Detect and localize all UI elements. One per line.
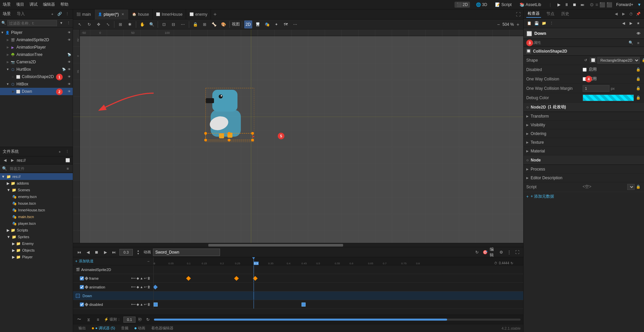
- nav-pin[interactable]: 📌: [635, 11, 641, 17]
- fs-item-player-tscn[interactable]: 🎭 player.tscn: [0, 220, 73, 227]
- track-anim-delete[interactable]: 🗑: [147, 285, 151, 289]
- tl-next[interactable]: ⏭: [111, 249, 117, 256]
- menu-project[interactable]: 项目: [16, 2, 24, 7]
- tl-time-input[interactable]: [119, 249, 133, 256]
- more-btn[interactable]: ⋮: [64, 11, 70, 17]
- tree-item-animtree[interactable]: ▶ 🌳 AnimationTree 📡: [0, 51, 73, 58]
- scene-filter-input[interactable]: [7, 20, 57, 26]
- keyframe-frame-1[interactable]: [186, 276, 191, 280]
- bottom-tab-debugger[interactable]: ● 调试器 (5): [89, 325, 118, 332]
- track-disabled-row[interactable]: disabled ⟵ ◆ ▲ ↩ 🗑: [73, 300, 523, 309]
- track-anim-keyframe[interactable]: ◆: [137, 285, 139, 289]
- tl-prev-frame[interactable]: ⏮: [76, 249, 83, 256]
- hitbox-eye[interactable]: 👁: [67, 82, 71, 86]
- track-settings[interactable]: →: [145, 258, 151, 264]
- nav-history[interactable]: ⏱: [628, 11, 634, 17]
- vp-pan-tool[interactable]: ✋: [138, 20, 146, 28]
- inspector-save[interactable]: 📁: [541, 20, 547, 26]
- scene-more[interactable]: ⋮: [66, 20, 72, 26]
- script-dropdown[interactable]: [627, 184, 635, 190]
- pause-button[interactable]: ⏸: [565, 2, 569, 7]
- tree-arrow-hitbox[interactable]: ▼: [5, 82, 10, 86]
- menu-scene[interactable]: 场景: [3, 2, 11, 7]
- down-eye[interactable]: 👁: [67, 89, 71, 94]
- track-disabled-delete[interactable]: 🗑: [147, 303, 151, 306]
- inspector-nav-right[interactable]: ▶: [628, 20, 634, 26]
- tl-autokey-btn[interactable]: 🎯: [482, 249, 488, 256]
- filter-options[interactable]: ≡: [635, 40, 641, 46]
- visibility-row[interactable]: ▶ Visibility: [524, 121, 644, 129]
- track-anim-undo[interactable]: ↩: [144, 285, 147, 289]
- owcm-more[interactable]: 🔒: [635, 85, 641, 91]
- mode-3d[interactable]: 🌐 3D: [474, 2, 489, 8]
- playhead-line[interactable]: [254, 257, 254, 265]
- tl-snap-input[interactable]: [123, 317, 136, 323]
- shape-more[interactable]: 🔒: [641, 57, 644, 63]
- tl-list-btn[interactable]: ≡: [95, 316, 101, 323]
- vp-view-label[interactable]: 视图: [232, 21, 240, 27]
- owc-more[interactable]: 🔒: [635, 76, 641, 82]
- vp-zoom-tool[interactable]: 🔍: [148, 20, 156, 28]
- mode-script[interactable]: 📝 Script: [493, 2, 514, 8]
- fs-item-objects-folder[interactable]: ▶ 📁 Objects: [0, 247, 73, 254]
- collision-section-header[interactable]: ⬜ CollisionShape2D: [524, 47, 644, 56]
- node-visibility[interactable]: 👁: [635, 30, 641, 37]
- vp-nav[interactable]: 🗺: [282, 20, 290, 28]
- tl-settings-btn[interactable]: ⚙: [498, 249, 504, 256]
- track-frame-row[interactable]: frame ⟵ ◆ ▲ ↩ 🗑: [73, 274, 523, 283]
- viewport[interactable]: -50 0 50 100 -50 0 50: [73, 29, 523, 243]
- track-disabled-insert[interactable]: ⟵: [131, 303, 136, 306]
- tab-enemy[interactable]: ⬜ enemy: [186, 9, 211, 19]
- tl-snap-cycle-btn[interactable]: ↻: [145, 316, 151, 323]
- lock-icon[interactable]: 🔒: [62, 30, 67, 35]
- player-eye[interactable]: 👁: [67, 30, 71, 35]
- viewport-scrollbar[interactable]: [73, 243, 523, 247]
- keyframe-disabled-2[interactable]: [302, 303, 306, 307]
- node-header[interactable]: ○ Node: [524, 155, 644, 165]
- fs-item-scenes[interactable]: ▼ 📁 Scenes: [0, 187, 73, 193]
- tab-house[interactable]: 🏠 house: [129, 9, 153, 19]
- script-more[interactable]: 🔒: [635, 184, 641, 190]
- animsprite-eye[interactable]: 👁: [67, 38, 71, 42]
- tl-play[interactable]: ▶: [102, 249, 109, 256]
- hurtbox-eye[interactable]: 👁: [67, 67, 71, 72]
- tree-item-player[interactable]: ▼ 👤 Player 👁 🔒 👁: [0, 29, 73, 36]
- stop-button[interactable]: ⏹: [573, 2, 577, 7]
- bottom-tab-output[interactable]: 输出: [76, 325, 89, 332]
- step-button[interactable]: ⏭: [581, 3, 584, 7]
- filter-search[interactable]: 🔍: [628, 40, 634, 46]
- disabled-checkbox[interactable]: [583, 68, 587, 72]
- keyframe-frame-2[interactable]: [234, 276, 239, 280]
- fs-item-innerhouse-tscn[interactable]: 🎭 InnerHouse.tscn: [0, 207, 73, 213]
- tree-item-camera[interactable]: ▶ 📷 Camera2D 👁: [0, 58, 73, 66]
- mode-2d[interactable]: ⬛ 2D: [454, 2, 470, 8]
- menu-debug[interactable]: 调试: [30, 2, 38, 7]
- tab-main[interactable]: ⬛ main: [73, 9, 95, 19]
- track-frame-keyframe[interactable]: ◆: [137, 276, 139, 280]
- debug-color-bar[interactable]: [583, 94, 634, 101]
- menu-help[interactable]: 帮助: [60, 2, 68, 7]
- vp-more[interactable]: ⋯: [291, 20, 299, 28]
- tl-loop-btn[interactable]: ↻: [474, 249, 480, 256]
- collision-eye[interactable]: 👁: [67, 74, 71, 79]
- vp-cloth[interactable]: 🎭: [263, 20, 271, 28]
- track-disabled-check[interactable]: [80, 303, 84, 307]
- material-row[interactable]: ▶ Material: [524, 147, 644, 155]
- track-animation-check[interactable]: [80, 285, 84, 289]
- fs-add-btn[interactable]: +: [57, 149, 63, 155]
- shape-reset[interactable]: ↺: [583, 57, 589, 63]
- tree-item-animplayer[interactable]: ▶ ▶ AnimationPlayer: [0, 44, 73, 51]
- vp-snap-tool[interactable]: ⊡: [160, 20, 168, 28]
- add-node-btn[interactable]: +: [49, 11, 55, 17]
- vp-pivot-tool[interactable]: ✱: [126, 20, 134, 28]
- inspector-search[interactable]: 💾: [534, 20, 540, 26]
- filter-options[interactable]: ▼: [58, 20, 64, 26]
- tl-progress-bar[interactable]: [154, 319, 521, 321]
- track-animation-row[interactable]: animation ⟵ ◆ ▲ ↩ 🗑: [73, 283, 523, 291]
- keyframe-disabled-1[interactable]: [154, 303, 158, 307]
- tl-prev[interactable]: ◀: [85, 249, 91, 256]
- inspector-add[interactable]: 📋: [526, 20, 532, 26]
- inspector-more[interactable]: ⋮: [548, 20, 554, 26]
- transform-row[interactable]: ▶ Transform: [524, 112, 644, 121]
- debug-color-more[interactable]: 🔒: [635, 95, 641, 101]
